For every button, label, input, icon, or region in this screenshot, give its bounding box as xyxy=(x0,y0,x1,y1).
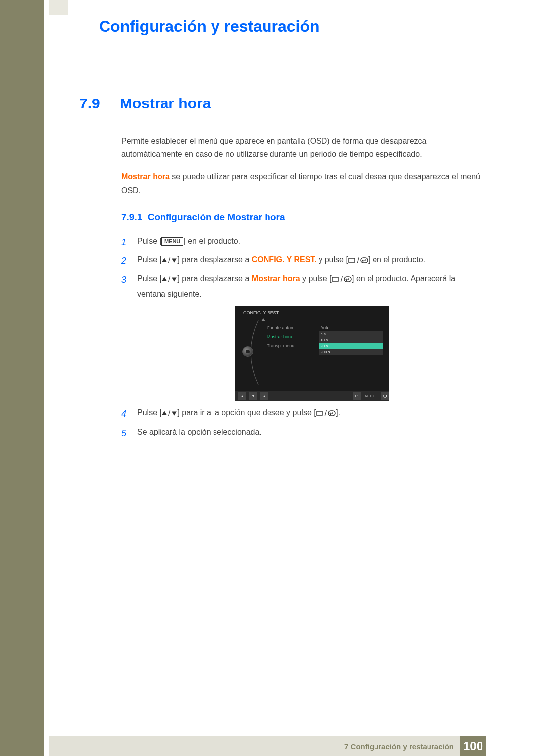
page-footer: 7 Configuración y restauración 100 xyxy=(0,736,535,756)
select-enter-icon: / xyxy=(348,253,368,268)
page-content: Configuración y restauración 7.9 Mostrar… xyxy=(50,0,515,444)
footer-chapter-ref: 7 Configuración y restauración xyxy=(344,742,454,751)
osd-value: Auto xyxy=(321,325,330,330)
t: ] para desplazarse a xyxy=(177,274,251,283)
step-text: Pulse [MENU] en el producto. xyxy=(137,234,240,251)
page-number: 100 xyxy=(460,736,486,756)
t: Pulse [ xyxy=(137,255,161,264)
step-4: 4 Pulse [/] para ir a la opción que dese… xyxy=(121,405,485,422)
osd-enter-icon: ↵ xyxy=(353,392,361,400)
osd-label: Transp. menú xyxy=(267,343,317,348)
svg-rect-2 xyxy=(349,258,355,262)
step-bold: CONFIG. Y REST. xyxy=(252,255,317,264)
t: Pulse [ xyxy=(137,408,161,417)
t: ] en el producto. xyxy=(368,255,425,264)
svg-marker-9 xyxy=(162,411,167,415)
osd-auto-label: AUTO xyxy=(365,394,374,398)
step-number: 2 xyxy=(121,252,128,269)
step-number: 4 xyxy=(121,405,128,422)
step-text: Se aplicará la opción seleccionada. xyxy=(137,425,262,442)
section-heading: 7.9 Mostrar hora xyxy=(79,95,485,112)
select-enter-icon: / xyxy=(332,272,352,287)
osd-power-icon: ⏻ xyxy=(381,392,389,400)
up-down-icon: / xyxy=(161,272,177,287)
step-text: Pulse [/] para ir a la opción que desee … xyxy=(137,405,340,422)
svg-rect-3 xyxy=(361,258,368,263)
left-margin-bar xyxy=(0,0,45,756)
svg-rect-6 xyxy=(332,277,338,281)
osd-up-arrow-icon xyxy=(261,317,265,322)
t: ] para ir a la opción que desee y pulse … xyxy=(177,408,316,417)
svg-marker-1 xyxy=(172,258,177,262)
up-down-icon: / xyxy=(161,253,177,268)
svg-rect-11 xyxy=(317,411,322,415)
step-post: ] en el producto. xyxy=(183,237,240,245)
select-enter-icon: / xyxy=(316,406,336,421)
osd-label: Fuente autom. xyxy=(267,325,317,330)
subsection-title: Configuración de Mostrar hora xyxy=(148,212,285,222)
step-number: 3 xyxy=(121,271,128,302)
menu-button-icon: MENU xyxy=(161,237,183,245)
osd-bottom-bar: ◂ ▾ ▴ ↵ AUTO ⏻ xyxy=(235,391,389,401)
svg-marker-4 xyxy=(162,277,167,281)
t: y pulse [ xyxy=(317,255,348,264)
osd-left-icon: ◂ xyxy=(238,392,246,400)
t: ] para desplazarse a xyxy=(177,255,251,264)
chapter-title: Configuración y restauración xyxy=(99,17,485,36)
left-inner-gap xyxy=(44,0,49,756)
intro-paragraph-2: Mostrar hora se puede utilizar para espe… xyxy=(121,170,485,197)
svg-rect-12 xyxy=(328,411,335,416)
footer-bar: 7 Configuración y restauración xyxy=(49,736,460,756)
intro-bold: Mostrar hora xyxy=(121,172,170,181)
intro-paragraph-1: Permite establecer el menú que aparece e… xyxy=(121,134,485,161)
step-3: 3 Pulse [/] para desplazarse a Mostrar h… xyxy=(121,271,485,302)
svg-marker-8 xyxy=(261,318,265,321)
subsection-number: 7.9.1 xyxy=(121,212,142,222)
section-number: 7.9 xyxy=(79,95,109,112)
osd-option-selected: 20 s xyxy=(319,343,383,349)
osd-option: 5 s xyxy=(319,331,383,337)
t: y pulse [ xyxy=(300,274,332,283)
step-text: Pulse [/] para desplazarse a CONFIG. Y R… xyxy=(137,252,425,269)
step-1: 1 Pulse [MENU] en el producto. xyxy=(121,234,485,251)
t: Pulse [ xyxy=(137,274,161,283)
step-2: 2 Pulse [/] para desplazarse a CONFIG. Y… xyxy=(121,252,485,269)
osd-screenshot: CONFIG. Y REST. Fuente autom. : Auto Mos… xyxy=(235,306,389,401)
osd-up-icon: ▴ xyxy=(260,392,268,400)
step-bold: Mostrar hora xyxy=(252,274,300,283)
step-text: Pulse [/] para desplazarse a Mostrar hor… xyxy=(137,271,485,302)
step-5: 5 Se aplicará la opción seleccionada. xyxy=(121,425,485,442)
up-down-icon: / xyxy=(161,406,177,421)
svg-marker-5 xyxy=(172,277,177,281)
osd-down-icon: ▾ xyxy=(249,392,257,400)
t: ]. xyxy=(336,408,340,417)
osd-options-dropdown: 5 s 10 s 20 s 200 s xyxy=(319,331,383,355)
subsection-heading: 7.9.1 Configuración de Mostrar hora xyxy=(121,212,485,223)
osd-colon: : xyxy=(317,325,321,330)
osd-option: 200 s xyxy=(319,349,383,355)
step-number: 1 xyxy=(121,234,128,251)
steps-list: 1 Pulse [MENU] en el producto. 2 Pulse [… xyxy=(121,234,485,442)
osd-title: CONFIG. Y REST. xyxy=(243,310,280,315)
svg-marker-10 xyxy=(172,412,177,416)
svg-marker-0 xyxy=(162,258,167,262)
osd-label-active: Mostrar hora xyxy=(267,334,317,339)
intro-rest: se puede utilizar para especificar el ti… xyxy=(121,172,480,194)
section-title: Mostrar hora xyxy=(120,95,211,112)
step-number: 5 xyxy=(121,425,128,442)
step-pre: Pulse [ xyxy=(137,237,161,245)
svg-rect-7 xyxy=(344,277,351,282)
osd-option: 10 s xyxy=(319,337,383,343)
